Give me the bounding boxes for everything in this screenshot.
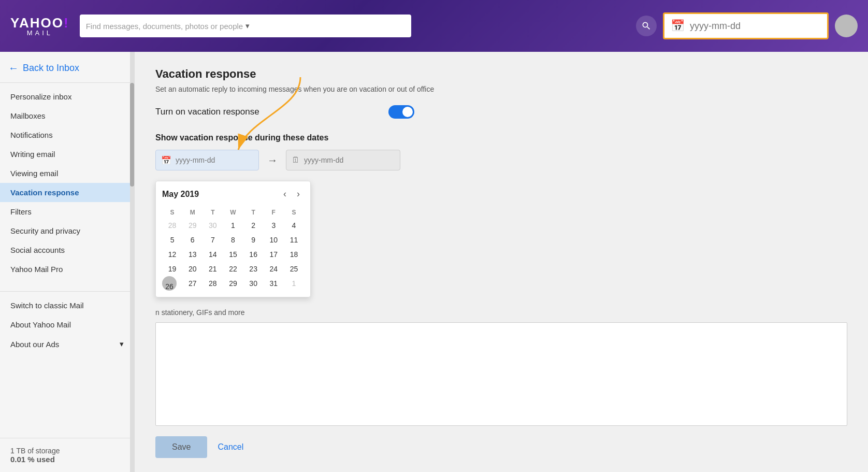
cal-day-4-5[interactable]: 31: [264, 276, 284, 291]
cal-day-3-3[interactable]: 22: [223, 262, 243, 276]
header-search-button[interactable]: [636, 16, 657, 36]
dates-title: Show vacation response during these date…: [155, 133, 847, 142]
stationery-section: n stationery, GIFs and more: [155, 308, 847, 426]
sidebar-item-ads[interactable]: About our Ads ▾: [0, 334, 134, 354]
sidebar-item-vacation[interactable]: Vacation response: [0, 183, 134, 202]
back-arrow-icon: ←: [8, 62, 19, 74]
cal-header-thu: T: [243, 207, 264, 218]
scrollbar-thumb[interactable]: [130, 83, 134, 187]
cal-day-2-0[interactable]: 12: [162, 247, 182, 262]
end-calendar-icon: 🗓: [292, 155, 300, 165]
cal-nav-buttons: ‹ ›: [279, 188, 304, 201]
cal-day-3-6[interactable]: 25: [284, 262, 304, 276]
sidebar-item-social[interactable]: Social accounts: [0, 240, 134, 260]
turn-on-label: Turn on vacation response: [155, 107, 259, 117]
cal-day-2-2[interactable]: 14: [202, 247, 223, 262]
cal-day-2-6[interactable]: 18: [284, 247, 304, 262]
save-button[interactable]: Save: [155, 436, 207, 458]
sidebar-item-filters[interactable]: Filters: [0, 202, 134, 221]
cal-week-0: 2829301234: [162, 218, 304, 233]
user-avatar[interactable]: [835, 15, 858, 37]
cal-header-tue: T: [202, 207, 223, 218]
vacation-header: Vacation response Set an automatic reply…: [155, 67, 847, 95]
sidebar-item-security[interactable]: Security and privacy: [0, 221, 134, 240]
sidebar-item-mailboxes[interactable]: Mailboxes: [0, 106, 134, 125]
cal-day-4-2[interactable]: 28: [202, 276, 223, 291]
cancel-button[interactable]: Cancel: [218, 442, 243, 452]
cal-week-3: 19202122232425: [162, 262, 304, 276]
sidebar-item-viewing[interactable]: Viewing email: [0, 164, 134, 183]
cal-day-0-0[interactable]: 28: [162, 218, 182, 233]
cal-next-button[interactable]: ›: [293, 188, 304, 201]
back-to-inbox-button[interactable]: ← Back to Inbox: [0, 52, 134, 83]
header-date-input[interactable]: 📅: [663, 12, 829, 39]
cal-day-4-0[interactable]: 26: [162, 276, 177, 291]
cal-day-3-2[interactable]: 21: [202, 262, 223, 276]
header-date-field[interactable]: [690, 21, 821, 32]
action-buttons: Save Cancel: [155, 436, 847, 458]
cal-day-1-1[interactable]: 6: [182, 233, 202, 247]
cal-day-3-4[interactable]: 23: [243, 262, 264, 276]
sidebar-item-pro[interactable]: Yahoo Mail Pro: [0, 260, 134, 279]
date-row: 📅 → 🗓: [155, 150, 847, 170]
search-bar[interactable]: Find messages, documents, photos or peop…: [80, 15, 411, 37]
sidebar-item-personalize[interactable]: Personalize inbox: [0, 87, 134, 106]
cal-day-1-4[interactable]: 9: [243, 233, 264, 247]
cal-day-1-5[interactable]: 10: [264, 233, 284, 247]
vacation-toggle[interactable]: [388, 105, 414, 119]
sidebar-item-writing[interactable]: Writing email: [0, 145, 134, 164]
sidebar-item-about[interactable]: About Yahoo Mail: [0, 315, 134, 334]
vacation-title: Vacation response: [155, 67, 847, 81]
cal-day-4-3[interactable]: 29: [223, 276, 243, 291]
cal-week-1: 567891011: [162, 233, 304, 247]
storage-percent: 0.01 % used: [10, 455, 124, 464]
cal-day-2-1[interactable]: 13: [182, 247, 202, 262]
logo-text: YAHOO!: [10, 16, 69, 30]
cal-prev-button[interactable]: ‹: [279, 188, 291, 201]
cal-day-0-5[interactable]: 3: [264, 218, 284, 233]
sidebar-item-notifications[interactable]: Notifications: [0, 125, 134, 145]
cal-week-2: 12131415161718: [162, 247, 304, 262]
sidebar: ← Back to Inbox Personalize inbox Mailbo…: [0, 52, 135, 472]
cal-day-0-1[interactable]: 29: [182, 218, 202, 233]
cal-day-3-1[interactable]: 20: [182, 262, 202, 276]
scrollbar-track[interactable]: [130, 52, 134, 472]
cal-day-4-4[interactable]: 30: [243, 276, 264, 291]
cal-day-2-5[interactable]: 17: [264, 247, 284, 262]
turn-on-row: Turn on vacation response: [155, 105, 414, 119]
end-date-input[interactable]: 🗓: [286, 150, 400, 170]
cal-day-3-5[interactable]: 24: [264, 262, 284, 276]
vacation-desc: Set an automatic reply to incoming messa…: [155, 84, 847, 95]
cal-day-4-6[interactable]: 1: [284, 276, 304, 291]
yahoo-logo: YAHOO! MAIL: [10, 16, 69, 36]
start-date-input[interactable]: 📅: [155, 150, 259, 170]
cal-day-1-2[interactable]: 7: [202, 233, 223, 247]
cal-day-1-0[interactable]: 5: [162, 233, 182, 247]
calendar-grid: S M T W T F S 28293012345678910111213141…: [162, 207, 304, 291]
cal-day-4-1[interactable]: 27: [182, 276, 202, 291]
stationery-area[interactable]: [155, 322, 847, 426]
header-right: 📅: [636, 12, 858, 39]
sidebar-bottom: Switch to classic Mail About Yahoo Mail …: [0, 291, 134, 358]
cal-week-4: 2627282930311: [162, 276, 304, 291]
main-content: Vacation response Set an automatic reply…: [135, 52, 868, 472]
storage-label: 1 TB of storage: [10, 447, 124, 455]
cal-day-headers: S M T W T F S: [162, 207, 304, 218]
cal-day-3-0[interactable]: 19: [162, 262, 182, 276]
header: YAHOO! MAIL Find messages, documents, ph…: [0, 0, 868, 52]
end-date-field[interactable]: [304, 156, 395, 164]
cal-day-2-4[interactable]: 16: [243, 247, 264, 262]
stationery-label: n stationery, GIFs and more: [155, 308, 244, 317]
cal-day-1-6[interactable]: 11: [284, 233, 304, 247]
cal-day-2-3[interactable]: 15: [223, 247, 243, 262]
cal-day-0-2[interactable]: 30: [202, 218, 223, 233]
cal-day-0-3[interactable]: 1: [223, 218, 243, 233]
sidebar-item-classic[interactable]: Switch to classic Mail: [0, 296, 134, 315]
cal-day-0-6[interactable]: 4: [284, 218, 304, 233]
cal-day-1-3[interactable]: 8: [223, 233, 243, 247]
chevron-down-icon: ▾: [120, 339, 124, 349]
cal-body: 2829301234567891011121314151617181920212…: [162, 218, 304, 291]
cal-day-0-4[interactable]: 2: [243, 218, 264, 233]
search-icon: [641, 21, 652, 31]
start-date-field[interactable]: [176, 156, 238, 164]
